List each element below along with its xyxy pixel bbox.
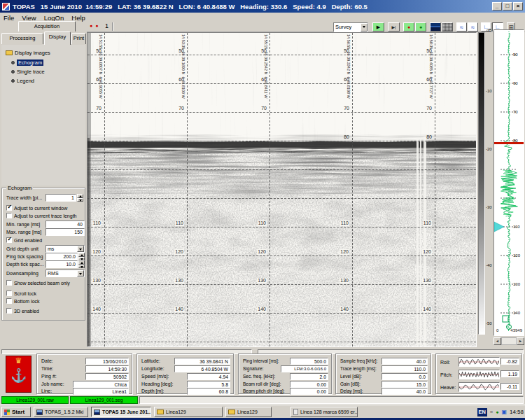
trace-tick-label: 140 bbox=[513, 311, 520, 316]
step-icon: ▶| bbox=[391, 24, 396, 29]
window-controls: _ □ × bbox=[491, 2, 523, 10]
bottom-detect-line bbox=[494, 142, 524, 144]
depth-tick-label: 50 bbox=[96, 48, 102, 54]
checkbox-adjust-trace-length[interactable]: Adjust to current trace length bbox=[6, 213, 77, 220]
depth-tick-label: 120 bbox=[422, 249, 432, 255]
minimize-button[interactable]: _ bbox=[492, 2, 502, 10]
checkbox-bottom-lock[interactable]: Bottom lock bbox=[6, 298, 40, 305]
colorbar-tick-label: -10 bbox=[486, 89, 492, 94]
checkbox-box bbox=[6, 280, 12, 286]
tree-item-echogram[interactable]: Echogram bbox=[6, 59, 43, 66]
tree-root-label: Display images bbox=[15, 50, 50, 56]
checkbox-label: Grid enabled bbox=[14, 238, 42, 243]
scroll-track[interactable] bbox=[501, 337, 517, 345]
step-button[interactable]: ▶| bbox=[388, 22, 400, 31]
echogram-canvas[interactable]: 14:51:55 36 39.0807 N 6 40.9055 W14:53:3… bbox=[88, 33, 476, 346]
downsampling-select[interactable]: RMS bbox=[46, 270, 85, 277]
checkbox-3d-enabled[interactable]: 3D enabled bbox=[6, 308, 39, 315]
depth-value: 60.8 bbox=[187, 388, 230, 395]
grid-hline bbox=[88, 55, 476, 55]
record-seg-button[interactable]: ● bbox=[415, 22, 426, 31]
raster-view-button[interactable] bbox=[442, 22, 453, 31]
mode-select-value: Survey bbox=[335, 24, 351, 30]
tab-acquisition[interactable]: Acquisition bbox=[18, 21, 76, 31]
field-label: Trace width [pi... bbox=[6, 195, 42, 200]
tray-network-icon[interactable]: ▣ bbox=[501, 409, 507, 415]
menu-help[interactable]: Help bbox=[71, 14, 85, 22]
depth-tick-label: 50 bbox=[261, 48, 267, 54]
language-indicator[interactable]: EN bbox=[477, 408, 487, 416]
checkbox-label: Bottom lock bbox=[14, 299, 40, 304]
depth-tick-label: 70 bbox=[344, 106, 349, 111]
menu-file[interactable]: File bbox=[4, 14, 14, 22]
job-name-value: Chica bbox=[73, 381, 129, 388]
start-label: Start bbox=[12, 409, 24, 415]
record-raw-button[interactable]: ● bbox=[403, 22, 414, 31]
tab-print[interactable]: Print bbox=[71, 33, 86, 44]
dropdown-icon[interactable] bbox=[77, 270, 84, 276]
mode-select-dropdown-icon[interactable] bbox=[360, 23, 368, 31]
checkbox-grid-enabled[interactable]: ✓Grid enabled bbox=[6, 237, 42, 244]
taskbar-item-topas-active[interactable]: TOPAS 15 June 201... bbox=[91, 407, 151, 417]
maximize-button[interactable]: □ bbox=[503, 2, 512, 10]
scroll-left-button[interactable]: ◄ bbox=[493, 337, 501, 345]
tree-root-display-images[interactable]: Display images bbox=[6, 49, 50, 57]
start-button[interactable]: Start bbox=[1, 407, 31, 417]
play-button[interactable]: ▶ bbox=[372, 22, 384, 31]
depth-tick-label: 130 bbox=[174, 278, 184, 284]
min-range-input[interactable]: 40 bbox=[46, 220, 85, 228]
wave-view-2-button[interactable]: ≈ bbox=[468, 22, 478, 31]
checkbox-adjust-window[interactable]: ✓Adjust to current window bbox=[6, 205, 67, 212]
wave-view-button[interactable]: ≈ bbox=[456, 22, 467, 31]
mode-select[interactable]: Survey bbox=[333, 22, 368, 32]
tree-item-legend[interactable]: Legend bbox=[6, 77, 34, 85]
status-label: Job name: bbox=[41, 382, 64, 386]
echogram-display[interactable]: 14:51:55 36 39.0807 N 6 40.9055 W14:53:3… bbox=[87, 32, 477, 347]
field-depth-tick-spacing: Depth tick spac... 10.0 bbox=[6, 260, 83, 269]
checkbox-show-selected-beam[interactable]: Show selected beam only bbox=[6, 280, 70, 287]
echogram-view-button[interactable] bbox=[430, 22, 441, 31]
max-range-input[interactable]: 150 bbox=[46, 228, 85, 236]
tab-processing[interactable]: Processing bbox=[1, 33, 43, 44]
gain-value: 15.0 bbox=[382, 381, 428, 388]
checkbox-scroll-lock[interactable]: Scroll lock bbox=[6, 290, 36, 298]
trace-scrollbar[interactable]: ◄ ► bbox=[493, 337, 524, 345]
status-label: Ping interval [ms]: bbox=[243, 358, 279, 363]
delay-value: 40.0 bbox=[382, 388, 428, 395]
title-bar[interactable]: TOPAS 15 June 2010 14:59:29 LAT: 36 39.6… bbox=[0, 0, 525, 13]
depth-tick-label: 70 bbox=[261, 106, 267, 111]
field-label: Depth tick spac... bbox=[6, 262, 44, 267]
ping-tick-input[interactable]: 200.0 bbox=[46, 253, 78, 260]
depth-tick-spinner[interactable] bbox=[78, 260, 85, 268]
taskbar-item-linea129-folder-2[interactable]: Linea129 bbox=[225, 407, 272, 417]
menu-view[interactable]: View bbox=[22, 14, 36, 22]
scroll-right-button[interactable]: ► bbox=[517, 337, 524, 345]
single-trace-panel[interactable]: 50607080110120130140 0 43949 bbox=[493, 29, 524, 336]
taskbar-item-topas-15[interactable]: TOPAS_1.5.2 Mki bbox=[34, 407, 88, 417]
tab-display[interactable]: Display bbox=[44, 31, 71, 45]
tray-status-icon[interactable]: ● bbox=[496, 410, 498, 414]
status-label: Heading [deg]: bbox=[141, 382, 174, 386]
taskbar-item-linea128-notes[interactable]: Linea 128 marca 6599 er... bbox=[290, 407, 358, 417]
depth-tick-label: 130 bbox=[92, 278, 102, 284]
depth-tick-label: 70 bbox=[96, 106, 102, 111]
tab-label: Acquisition bbox=[34, 23, 59, 29]
group-caption: Echogram bbox=[6, 185, 33, 191]
menu-logon[interactable]: LogOn bbox=[44, 14, 64, 22]
trace-width-spinner[interactable] bbox=[77, 194, 83, 202]
trace-width-input[interactable]: 1 bbox=[46, 194, 76, 202]
close-button[interactable]: × bbox=[513, 2, 523, 10]
pitch-waveform-box bbox=[458, 370, 500, 379]
depth-tick-label: 110 bbox=[423, 220, 432, 226]
taskbar-item-linea129-folder[interactable]: Linea129 bbox=[154, 407, 223, 417]
grid-depth-unit-select[interactable]: ms bbox=[46, 245, 85, 253]
depth-tick-label: 110 bbox=[92, 220, 102, 226]
ping-tick-spinner[interactable] bbox=[78, 253, 85, 260]
dropdown-icon[interactable] bbox=[77, 246, 84, 252]
depth-tick-input[interactable]: 10.0 bbox=[46, 260, 78, 268]
status-label: Beam pitch dir [deg]: bbox=[243, 388, 285, 393]
quick-launch-chevron-icon[interactable]: « bbox=[490, 409, 493, 415]
depth-tick-label: 70 bbox=[426, 106, 432, 111]
tree-item-single-trace[interactable]: Single trace bbox=[6, 68, 45, 76]
checkbox-box: ✓ bbox=[6, 205, 12, 211]
